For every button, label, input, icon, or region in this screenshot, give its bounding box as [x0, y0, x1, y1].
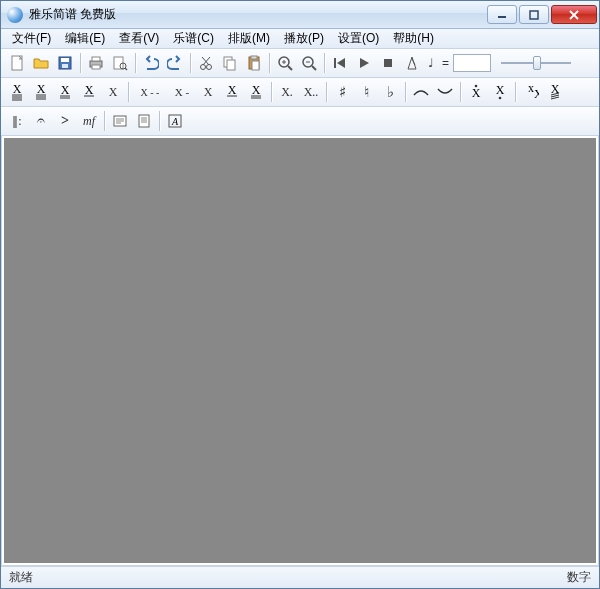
tie-icon: [412, 85, 430, 99]
menu-play[interactable]: 播放(P): [277, 28, 331, 49]
svg-rect-21: [251, 56, 257, 59]
grace-note-button[interactable]: xX: [520, 81, 542, 103]
tempo-input[interactable]: [453, 54, 491, 72]
repeat-start-button[interactable]: ‖:: [6, 110, 28, 132]
note-x-1line-icon: X: [81, 83, 97, 101]
tremolo-button[interactable]: X: [544, 81, 566, 103]
note-dash-2[interactable]: X - -: [133, 81, 167, 103]
minimize-button[interactable]: [487, 5, 517, 24]
note-dur-3[interactable]: X: [54, 81, 76, 103]
print-button[interactable]: [85, 52, 107, 74]
cut-button[interactable]: [195, 52, 217, 74]
svg-rect-33: [384, 59, 392, 67]
save-icon: [57, 55, 73, 71]
tempo-equals: =: [438, 56, 453, 70]
note-x-u2-icon: X: [248, 83, 264, 101]
new-button[interactable]: [6, 52, 28, 74]
window-controls: [487, 5, 597, 24]
note-dur-4[interactable]: X: [78, 81, 100, 103]
note-dash-1[interactable]: X -: [169, 81, 195, 103]
stop-button[interactable]: [377, 52, 399, 74]
note-x-4line-icon: X: [9, 83, 25, 101]
menu-help[interactable]: 帮助(H): [386, 28, 441, 49]
svg-line-35: [412, 59, 415, 65]
close-icon: [569, 10, 579, 20]
undo-icon: [143, 55, 159, 71]
toolbar-notes: X X X X X X - - X - X X X X. X.. ♯ ♮ ♭ X…: [1, 78, 599, 107]
slur-button[interactable]: [434, 81, 456, 103]
lyrics-button[interactable]: [109, 110, 131, 132]
accidental-natural[interactable]: ♮: [355, 81, 377, 103]
note-dur-5[interactable]: X: [102, 81, 124, 103]
tempo-slider[interactable]: [501, 54, 571, 72]
save-button[interactable]: [54, 52, 76, 74]
window-title: 雅乐简谱 免费版: [29, 6, 116, 23]
tie-button[interactable]: [410, 81, 432, 103]
skip-start-button[interactable]: [329, 52, 351, 74]
svg-rect-30: [334, 58, 336, 68]
redo-button[interactable]: [164, 52, 186, 74]
maximize-button[interactable]: [519, 5, 549, 24]
close-button[interactable]: [551, 5, 597, 24]
accidental-flat[interactable]: ♭: [379, 81, 401, 103]
zoom-in-button[interactable]: [274, 52, 296, 74]
score-canvas[interactable]: [4, 138, 596, 563]
dynamic-mf-button[interactable]: mf: [78, 110, 100, 132]
svg-rect-6: [61, 58, 69, 62]
menu-edit[interactable]: 编辑(E): [58, 28, 112, 49]
svg-text:X: X: [228, 83, 237, 97]
zoom-out-button[interactable]: [298, 52, 320, 74]
minimize-icon: [497, 10, 507, 20]
svg-rect-9: [92, 57, 100, 61]
tempo-note-icon: ♩: [424, 56, 438, 70]
octave-up-button[interactable]: X: [465, 81, 487, 103]
zoom-out-icon: [301, 55, 317, 71]
paste-button[interactable]: [243, 52, 265, 74]
note-eighth[interactable]: X: [221, 81, 243, 103]
svg-text:X: X: [472, 86, 481, 100]
new-file-icon: [9, 55, 25, 71]
svg-rect-19: [227, 60, 235, 70]
note-dur-2[interactable]: X: [30, 81, 52, 103]
note-quarter[interactable]: X: [197, 81, 219, 103]
svg-line-17: [202, 57, 209, 65]
accidental-sharp[interactable]: ♯: [331, 81, 353, 103]
undo-button[interactable]: [140, 52, 162, 74]
slider-thumb-icon: [533, 56, 541, 70]
note-dotted[interactable]: X.: [276, 81, 298, 103]
note-dur-1[interactable]: X: [6, 81, 28, 103]
print-preview-button[interactable]: [109, 52, 131, 74]
status-left: 就绪: [9, 569, 33, 586]
note-x-u1-icon: X: [224, 83, 240, 101]
menu-file[interactable]: 文件(F): [5, 28, 58, 49]
menu-settings[interactable]: 设置(O): [331, 28, 386, 49]
menu-view[interactable]: 查看(V): [112, 28, 166, 49]
note-double-dotted[interactable]: X..: [300, 81, 322, 103]
accent-button[interactable]: >: [54, 110, 76, 132]
stop-icon: [381, 56, 395, 70]
svg-line-16: [203, 57, 210, 65]
open-button[interactable]: [30, 52, 52, 74]
octave-down-button[interactable]: X: [489, 81, 511, 103]
menu-score[interactable]: 乐谱(C): [166, 28, 221, 49]
text-page-icon: [136, 113, 152, 129]
text-button[interactable]: [133, 110, 155, 132]
metronome-button[interactable]: [401, 52, 423, 74]
toolbar-main: ♩ =: [1, 49, 599, 78]
rehearsal-mark-button[interactable]: A: [164, 110, 186, 132]
menu-layout[interactable]: 排版(M): [221, 28, 277, 49]
svg-text:X: X: [37, 83, 46, 96]
svg-rect-69: [139, 115, 149, 127]
play-button[interactable]: [353, 52, 375, 74]
copy-button[interactable]: [219, 52, 241, 74]
svg-line-13: [125, 68, 127, 70]
svg-rect-7: [62, 64, 68, 68]
svg-text:X: X: [61, 83, 70, 97]
svg-rect-22: [252, 61, 259, 70]
zoom-in-icon: [277, 55, 293, 71]
menubar: 文件(F) 编辑(E) 查看(V) 乐谱(C) 排版(M) 播放(P) 设置(O…: [1, 29, 599, 49]
fermata-button[interactable]: 𝄐: [30, 110, 52, 132]
slur-icon: [436, 85, 454, 99]
copy-icon: [222, 55, 238, 71]
note-sixteenth[interactable]: X: [245, 81, 267, 103]
